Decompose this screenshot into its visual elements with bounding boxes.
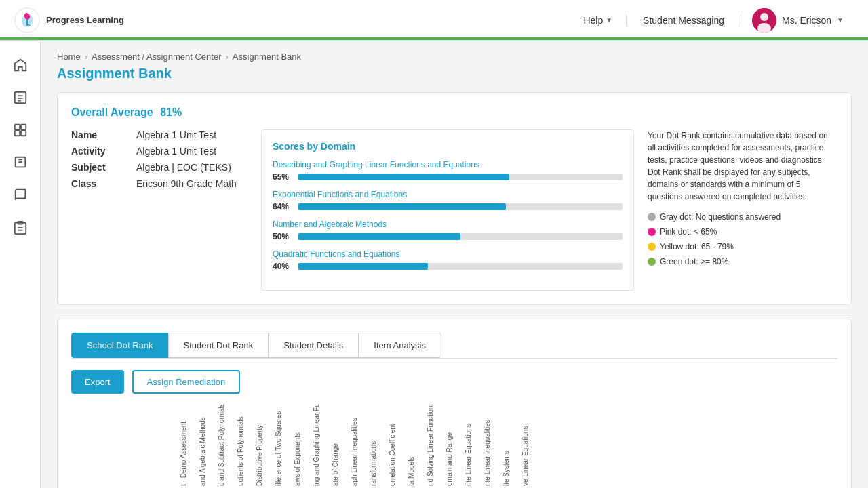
book-icon: [13, 188, 28, 203]
breadcrumb: Home › Assessment / Assignment Center › …: [57, 52, 852, 62]
reports-icon: [13, 123, 28, 138]
domain-name: Exponential Functions and Equations: [273, 190, 623, 199]
svg-point-5: [760, 13, 768, 21]
bar-track: [298, 263, 623, 270]
domain-row: Describing and Graphing Linear Functions…: [273, 160, 623, 182]
logo-text: Progress Learning: [46, 15, 124, 26]
scores-by-domain: Scores by Domain Describing and Graphing…: [261, 129, 634, 291]
help-chevron-icon: ▼: [606, 16, 612, 24]
breadcrumb-current: Assignment Bank: [233, 52, 301, 62]
column-header: ve Linear Equations: [521, 411, 540, 486]
bar-fill: [298, 174, 509, 180]
bar-row: 64%: [273, 202, 623, 211]
column-header: ate of Change: [332, 411, 351, 486]
clipboard-icon: [13, 220, 28, 235]
legend-green: Green dot: >= 80%: [648, 256, 837, 268]
column-header: rite Linear Inequalities: [484, 411, 502, 486]
svg-rect-14: [20, 131, 25, 136]
column-header: t - Demo Assessment: [180, 411, 199, 486]
meta-class-row: Class Ericson 9th Grade Math: [71, 178, 248, 189]
logo[interactable]: Progress Learning: [14, 7, 124, 34]
bar-track: [298, 233, 623, 240]
home-icon: [13, 58, 28, 73]
bar-row: 40%: [273, 262, 623, 271]
domain-row: Quadratic Functions and Equations 40%: [273, 249, 623, 271]
bar-track: [298, 203, 623, 210]
column-header: and Algebraic Methods: [199, 411, 218, 486]
column-header: ransformations: [370, 411, 389, 486]
user-menu[interactable]: Ms. Ericson ▼: [741, 8, 854, 33]
legend-yellow: Yellow dot: 65 - 79%: [648, 241, 837, 253]
legend-pink: Pink dot: < 65%: [648, 226, 837, 238]
green-dot-icon: [648, 258, 656, 266]
bar-pct: 64%: [273, 202, 293, 211]
bar-pct: 50%: [273, 232, 293, 241]
library-icon: [13, 155, 28, 170]
bar-row: 65%: [273, 172, 623, 182]
column-header: aws of Exponents: [294, 411, 313, 486]
breadcrumb-sep-2: ›: [226, 52, 229, 62]
legend-gray: Gray dot: No questions answered: [648, 211, 837, 223]
avatar-icon: [752, 8, 776, 33]
gray-dot-icon: [648, 213, 656, 221]
meta-activity-row: Activity Algebra 1 Unit Test: [71, 146, 248, 157]
sidebar-item-assignments[interactable]: [7, 84, 34, 111]
action-row: Export Assign Remediation: [71, 370, 837, 394]
tabs-section: School Dot RankStudent Dot RankStudent D…: [57, 319, 852, 488]
rotated-labels: t - Demo Assessmentand Algebraic Methods…: [71, 411, 540, 486]
sidebar: [0, 41, 41, 488]
assign-remediation-button[interactable]: Assign Remediation: [132, 370, 241, 394]
export-button[interactable]: Export: [71, 370, 124, 394]
svg-rect-11: [14, 125, 19, 129]
assignments-icon: [13, 90, 28, 105]
user-name-label: Ms. Ericson: [782, 15, 831, 26]
bar-row: 50%: [273, 232, 623, 241]
domains-list: Describing and Graphing Linear Functions…: [273, 160, 623, 271]
column-header: ing and Graphing Linear Functions: [313, 411, 332, 486]
sidebar-item-clipboard[interactable]: [7, 214, 34, 241]
breadcrumb-center[interactable]: Assessment / Assignment Center: [92, 52, 221, 62]
sidebar-item-home[interactable]: [7, 52, 34, 79]
tab-student-dot-rank[interactable]: Student Dot Rank: [168, 333, 269, 358]
bar-pct: 40%: [273, 262, 293, 271]
logo-icon: [14, 7, 41, 34]
column-header: uotients of Polynomials: [237, 411, 256, 486]
column-header: aph Linear Inequalities: [351, 411, 370, 486]
sidebar-item-reports[interactable]: [7, 117, 34, 144]
help-label: Help: [583, 15, 603, 26]
breadcrumb-home[interactable]: Home: [57, 52, 81, 62]
column-header: ifference of Two Squares: [275, 411, 294, 486]
top-navigation: Progress Learning Help ▼ Student Messagi…: [0, 0, 868, 41]
page-title: Assignment Bank: [57, 66, 852, 81]
main-content: Home › Assessment / Assignment Center › …: [41, 41, 868, 488]
user-bar: [0, 37, 868, 40]
student-messaging-button[interactable]: Student Messaging: [627, 15, 741, 26]
column-header: ite Systems: [502, 411, 521, 486]
yellow-dot-icon: [648, 243, 656, 251]
help-menu[interactable]: Help ▼: [570, 15, 627, 26]
bar-fill: [298, 203, 506, 210]
svg-rect-13: [14, 131, 19, 136]
column-header: nd Solving Linear Functions: [427, 411, 446, 486]
bar-fill: [298, 263, 428, 270]
domain-name: Number and Algebraic Methods: [273, 220, 623, 229]
domain-name: Quadratic Functions and Equations: [273, 249, 623, 259]
tab-item-analysis[interactable]: Item Analysis: [358, 333, 441, 358]
sidebar-item-library[interactable]: [7, 149, 34, 176]
dotrank-info: Your Dot Rank contains cumulative data b…: [648, 129, 837, 291]
tab-school-dot-rank[interactable]: School Dot Rank: [71, 333, 169, 358]
overall-average-header: Overall Average 81%: [71, 106, 837, 119]
column-header: Distributive Property: [256, 411, 275, 486]
nav-right: Help ▼ Student Messaging Ms. Ericson ▼: [570, 8, 854, 33]
column-header: ta Models: [408, 411, 427, 486]
meta-subject-row: Subject Algebra | EOC (TEKS): [71, 162, 248, 173]
tab-student-details[interactable]: Student Details: [268, 333, 359, 358]
tabs-row: School Dot RankStudent Dot RankStudent D…: [71, 333, 837, 359]
dot-legend: Gray dot: No questions answered Pink dot…: [648, 211, 837, 268]
sidebar-item-book[interactable]: [7, 182, 34, 209]
bar-pct: 65%: [273, 172, 293, 182]
bar-track: [298, 174, 623, 180]
column-header: d and Subtract Polynomials: [218, 411, 237, 486]
user-chevron-icon: ▼: [837, 16, 844, 24]
meta-name-row: Name Algebra 1 Unit Test: [71, 129, 248, 140]
